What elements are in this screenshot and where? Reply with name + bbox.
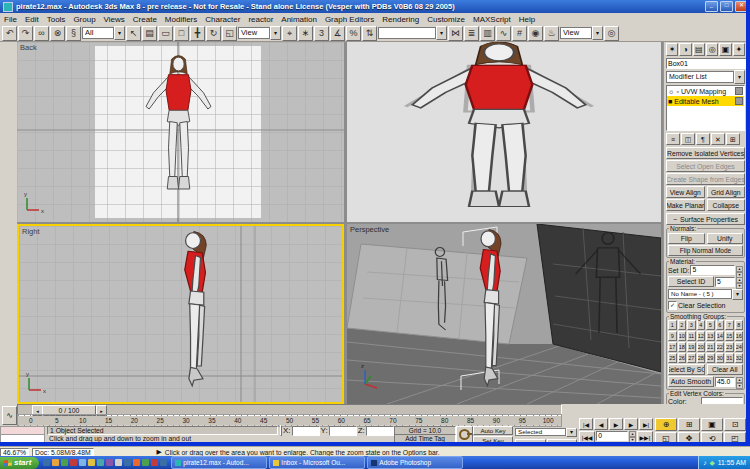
- menu-item[interactable]: Graph Editors: [321, 15, 378, 24]
- zoom-all-button[interactable]: ⊞: [678, 418, 700, 431]
- use-pivot-center-icon[interactable]: ⌖: [282, 26, 297, 41]
- rectangular-selection-icon[interactable]: ▭: [158, 26, 173, 41]
- visibility-bulb-icon[interactable]: ☼: [668, 88, 674, 95]
- smoothing-group-button[interactable]: 13: [706, 331, 715, 341]
- material-id-name-dropdown[interactable]: No Name - ( 5 ) ▾: [668, 288, 743, 300]
- viewport-label[interactable]: Back: [20, 43, 37, 52]
- window-crossing-icon[interactable]: □: [174, 26, 189, 41]
- go-to-start-button[interactable]: |◀: [579, 418, 593, 430]
- unlink-selection-icon[interactable]: ⊗: [50, 26, 65, 41]
- select-by-sg-button[interactable]: Select By SG: [668, 364, 705, 375]
- schematic-view-icon[interactable]: #: [512, 26, 527, 41]
- quick-launch-icon[interactable]: [70, 459, 77, 466]
- smoothing-group-button[interactable]: 5: [706, 320, 715, 330]
- smoothing-group-button[interactable]: 18: [678, 342, 687, 352]
- quick-render-icon[interactable]: ◎: [604, 26, 619, 41]
- select-and-manipulate-icon[interactable]: ∗: [298, 26, 313, 41]
- select-by-name-icon[interactable]: ▤: [142, 26, 157, 41]
- unify-button[interactable]: Unify: [707, 233, 744, 244]
- smoothing-group-button[interactable]: 7: [725, 320, 734, 330]
- select-id-spinner[interactable]: ▴▾: [736, 277, 743, 286]
- smoothing-group-button[interactable]: 25: [668, 353, 677, 363]
- configure-modifier-sets-icon[interactable]: ⊞: [726, 133, 740, 145]
- hierarchy-tab-icon[interactable]: ▤: [693, 43, 705, 56]
- modifier-toggle-icon[interactable]: [735, 87, 743, 95]
- remove-isolated-vertices-button[interactable]: Remove Isolated Vertices: [666, 147, 745, 159]
- go-to-end-button[interactable]: ▶|: [639, 418, 653, 430]
- reference-coordinate-dropdown[interactable]: View ▾: [238, 27, 281, 39]
- set-id-field[interactable]: [690, 265, 735, 275]
- menu-item[interactable]: Rendering: [378, 15, 423, 24]
- messenger-icon[interactable]: ◆: [710, 459, 715, 467]
- set-id-spinner[interactable]: ▴▾: [736, 266, 743, 275]
- smoothing-group-button[interactable]: 28: [697, 353, 706, 363]
- snap-toggle-icon[interactable]: 3: [314, 26, 329, 41]
- quick-launch-icon[interactable]: [88, 459, 95, 466]
- smoothing-group-button[interactable]: 23: [725, 342, 734, 352]
- curve-editor-icon[interactable]: ∿: [496, 26, 511, 41]
- mini-curve-editor-button[interactable]: ∿: [2, 406, 17, 425]
- menu-item[interactable]: Create: [129, 15, 161, 24]
- modifier-toggle-icon[interactable]: [735, 97, 743, 105]
- select-id-button[interactable]: Select ID: [668, 276, 714, 287]
- quick-launch-icon[interactable]: [142, 459, 149, 466]
- flip-normal-mode-button[interactable]: Flip Normal Mode: [668, 245, 743, 256]
- smoothing-group-button[interactable]: 31: [725, 353, 734, 363]
- maxscript-mini-listener[interactable]: [0, 426, 45, 442]
- auto-smooth-spinner[interactable]: ▴▾: [736, 377, 743, 386]
- viewport-back[interactable]: xy Back: [17, 42, 344, 222]
- modify-tab-icon[interactable]: ◑: [679, 43, 691, 56]
- menu-item[interactable]: Customize: [423, 15, 469, 24]
- select-and-scale-icon[interactable]: ◱: [222, 26, 237, 41]
- render-scene-icon[interactable]: ♨: [544, 26, 559, 41]
- make-planar-button[interactable]: Make Planar: [666, 199, 705, 211]
- previous-frame-button[interactable]: ◀: [594, 418, 608, 430]
- menu-item[interactable]: Edit: [21, 15, 43, 24]
- collapse-button[interactable]: Collapse: [707, 199, 746, 211]
- auto-smooth-button[interactable]: Auto Smooth: [668, 376, 714, 387]
- menu-item[interactable]: reactor: [244, 15, 277, 24]
- smoothing-group-button[interactable]: 10: [678, 331, 687, 341]
- modifier-list-dropdown[interactable]: Modifier List ▾: [666, 71, 745, 83]
- transform-lock-icon[interactable]: ⊓: [280, 425, 282, 436]
- pin-stack-icon[interactable]: ≡: [666, 133, 680, 145]
- quick-launch-icon[interactable]: [115, 459, 122, 466]
- z-coordinate-field[interactable]: [366, 426, 394, 436]
- smoothing-group-button[interactable]: 11: [687, 331, 696, 341]
- quick-launch-icon[interactable]: [133, 459, 140, 466]
- set-keys-button[interactable]: [456, 426, 473, 443]
- smoothing-group-button[interactable]: 15: [725, 331, 734, 341]
- align-icon[interactable]: ≣: [464, 26, 479, 41]
- mirror-icon[interactable]: ⋈: [448, 26, 463, 41]
- remove-modifier-icon[interactable]: ✕: [711, 133, 725, 145]
- volume-icon[interactable]: ♪: [703, 459, 706, 466]
- taskbar-task-button[interactable]: pirate12.max - Autod...: [171, 456, 267, 469]
- smoothing-group-button[interactable]: 27: [687, 353, 696, 363]
- quick-launch-icon[interactable]: [160, 459, 167, 466]
- smoothing-group-button[interactable]: 24: [735, 342, 744, 352]
- smoothing-group-button[interactable]: 29: [706, 353, 715, 363]
- smoothing-group-button[interactable]: 21: [706, 342, 715, 352]
- play-button[interactable]: ▶: [609, 418, 623, 430]
- taskbar-task-button[interactable]: Adobe Photoshop: [367, 456, 463, 469]
- viewport-perspective[interactable]: z Perspective: [347, 224, 661, 404]
- viewport-front-zoomed[interactable]: [347, 42, 661, 222]
- smoothing-group-button[interactable]: 20: [697, 342, 706, 352]
- menu-item[interactable]: Group: [69, 15, 99, 24]
- quick-launch-icon[interactable]: [43, 459, 50, 466]
- viewport-label[interactable]: Right: [22, 227, 40, 236]
- taskbar-task-button[interactable]: Inbox - Microsoft Ou...: [269, 456, 365, 469]
- zoom-extents-all-button[interactable]: ⊡: [724, 418, 746, 431]
- select-id-field[interactable]: [715, 277, 735, 287]
- smoothing-group-button[interactable]: 32: [735, 353, 744, 363]
- smoothing-group-button[interactable]: 17: [668, 342, 677, 352]
- smoothing-group-button[interactable]: 3: [687, 320, 696, 330]
- menu-item[interactable]: Help: [515, 15, 539, 24]
- named-selection-sets-dropdown[interactable]: ▾: [378, 27, 447, 39]
- redo-icon[interactable]: ↷: [18, 26, 33, 41]
- menu-item[interactable]: Tools: [43, 15, 70, 24]
- quick-launch-icon[interactable]: [79, 459, 86, 466]
- clear-selection-checkbox[interactable]: ✓: [668, 301, 677, 310]
- smoothing-group-button[interactable]: 6: [716, 320, 725, 330]
- smoothing-group-button[interactable]: 4: [697, 320, 706, 330]
